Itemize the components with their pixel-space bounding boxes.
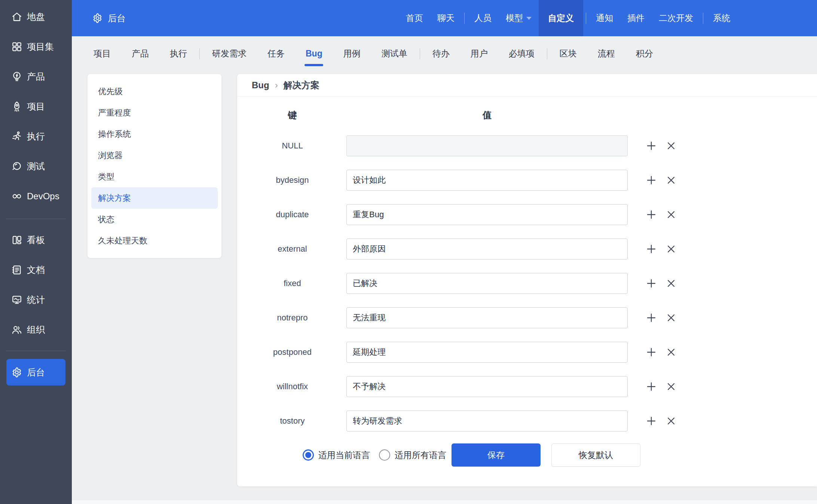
restore-default-button[interactable]: 恢复默认 (551, 443, 640, 467)
tab-required[interactable]: 必填项 (508, 40, 535, 68)
sidebar-item-execution[interactable]: 执行 (0, 122, 72, 151)
nav-item-chat[interactable]: 聊天 (430, 0, 462, 36)
add-row-icon[interactable] (645, 174, 657, 186)
nav-item-system[interactable]: 系统 (706, 0, 737, 36)
save-button[interactable]: 保存 (452, 443, 541, 467)
nav-item-staff[interactable]: 人员 (467, 0, 499, 36)
tab-flow[interactable]: 流程 (597, 40, 616, 68)
delete-row-icon[interactable] (665, 140, 677, 152)
panel-item-type[interactable]: 类型 (91, 166, 218, 187)
nav-item-index[interactable]: 首页 (399, 0, 430, 36)
tab-project[interactable]: 项目 (93, 40, 111, 68)
row-value-input[interactable] (346, 239, 628, 259)
nav-item-custom[interactable]: 自定义 (539, 0, 583, 36)
radio-all-languages[interactable]: 适用所有语言 (379, 449, 446, 461)
nav-item-notify[interactable]: 通知 (589, 0, 620, 36)
tab-divider (420, 48, 420, 59)
add-row-icon[interactable] (645, 312, 657, 324)
add-row-icon[interactable] (645, 415, 657, 427)
topbar-admin-title[interactable]: 后台 (92, 12, 126, 24)
delete-row-icon[interactable] (665, 346, 677, 358)
nav-item-model[interactable]: 模型 (499, 0, 539, 36)
sidebar-item-label: 执行 (27, 130, 45, 142)
row-value-input[interactable] (346, 342, 628, 363)
sidebar-item-stats[interactable]: 统计 (0, 285, 72, 315)
panel-item-unhandled-days[interactable]: 久未处理天数 (91, 230, 218, 251)
test-icon (11, 160, 23, 172)
sidebar-item-label: 组织 (27, 324, 45, 336)
add-row-icon[interactable] (645, 243, 657, 255)
topbar: 后台 首页 聊天 人员 模型 自定义 通知 插件 二次开发 系统 (72, 0, 817, 36)
infinity-icon (11, 190, 23, 202)
sidebar-item-kanban[interactable]: 看板 (0, 225, 72, 255)
delete-row-icon[interactable] (665, 415, 677, 427)
row-value-input[interactable] (346, 170, 628, 191)
panel-item-priority[interactable]: 优先级 (91, 81, 218, 102)
row-actions (645, 381, 677, 393)
tab-user[interactable]: 用户 (470, 40, 489, 68)
panel-item-status[interactable]: 状态 (91, 209, 218, 230)
row-value-input[interactable] (346, 376, 628, 397)
delete-row-icon[interactable] (665, 209, 677, 221)
sidebar-item-test[interactable]: 测试 (0, 151, 72, 181)
sidebar-item-admin[interactable]: 后台 (6, 359, 65, 385)
radio-label[interactable]: 适用当前语言 (318, 449, 370, 461)
topbar-title-label: 后台 (108, 12, 126, 24)
sidebar-item-product[interactable]: 产品 (0, 62, 72, 92)
panel-item-resolution[interactable]: 解决方案 (91, 187, 218, 209)
radio-label[interactable]: 适用所有语言 (395, 449, 446, 461)
delete-row-icon[interactable] (665, 312, 677, 324)
radio-checked-icon[interactable] (303, 449, 314, 461)
delete-row-icon[interactable] (665, 277, 677, 289)
delete-row-icon[interactable] (665, 174, 677, 186)
sidebar-item-devops[interactable]: DevOps (0, 181, 72, 211)
delete-row-icon[interactable] (665, 381, 677, 393)
tab-product[interactable]: 产品 (131, 40, 150, 68)
sidebar-item-org[interactable]: 组织 (0, 315, 72, 345)
tab-case[interactable]: 用例 (343, 40, 361, 68)
radio-unchecked-icon[interactable] (379, 449, 390, 461)
row-actions (645, 346, 677, 358)
row-value-input[interactable] (346, 204, 628, 225)
breadcrumb-parent[interactable]: Bug (252, 80, 269, 90)
sidebar-item-label: 看板 (27, 234, 45, 246)
tab-score[interactable]: 积分 (635, 40, 654, 68)
row-value-input[interactable] (346, 307, 628, 328)
table-row: notrepro (252, 301, 817, 335)
nav-item-dev[interactable]: 二次开发 (652, 0, 700, 36)
table-header-row: 键 值 (252, 105, 817, 126)
add-row-icon[interactable] (645, 346, 657, 358)
sidebar-item-home[interactable]: 地盘 (0, 2, 72, 32)
tab-todo[interactable]: 待办 (432, 40, 450, 68)
tab-execution[interactable]: 执行 (169, 40, 188, 68)
add-row-icon[interactable] (645, 140, 657, 152)
row-value-input[interactable] (346, 411, 628, 431)
tab-task[interactable]: 任务 (267, 40, 285, 68)
sidebar-item-doc[interactable]: 文档 (0, 255, 72, 285)
tab-testtask[interactable]: 测试单 (381, 40, 408, 68)
tab-divider (199, 48, 200, 59)
people-icon (11, 324, 23, 336)
tab-story[interactable]: 研发需求 (211, 40, 247, 68)
add-row-icon[interactable] (645, 277, 657, 289)
add-row-icon[interactable] (645, 209, 657, 221)
row-value-input[interactable] (346, 273, 628, 294)
sidebar-item-label: 统计 (27, 294, 45, 306)
tab-bug[interactable]: Bug (305, 40, 323, 67)
table-rows: NULL bydesign (252, 129, 817, 438)
sidebar-item-program[interactable]: 项目集 (0, 32, 72, 62)
add-row-icon[interactable] (645, 381, 657, 393)
gear-icon (92, 12, 103, 24)
tab-block[interactable]: 区块 (559, 40, 578, 68)
panel-item-browser[interactable]: 浏览器 (91, 145, 218, 166)
main-card: Bug › 解决方案 键 值 NULL (237, 74, 817, 486)
row-key: fixed (252, 279, 333, 288)
tab-divider (547, 48, 547, 59)
panel-item-os[interactable]: 操作系统 (91, 123, 218, 145)
delete-row-icon[interactable] (665, 243, 677, 255)
sidebar-item-project[interactable]: 项目 (0, 92, 72, 122)
panel-item-severity[interactable]: 严重程度 (91, 102, 218, 123)
radio-current-language[interactable]: 适用当前语言 (303, 449, 370, 461)
row-key: notrepro (252, 313, 333, 323)
nav-item-plugin[interactable]: 插件 (620, 0, 652, 36)
